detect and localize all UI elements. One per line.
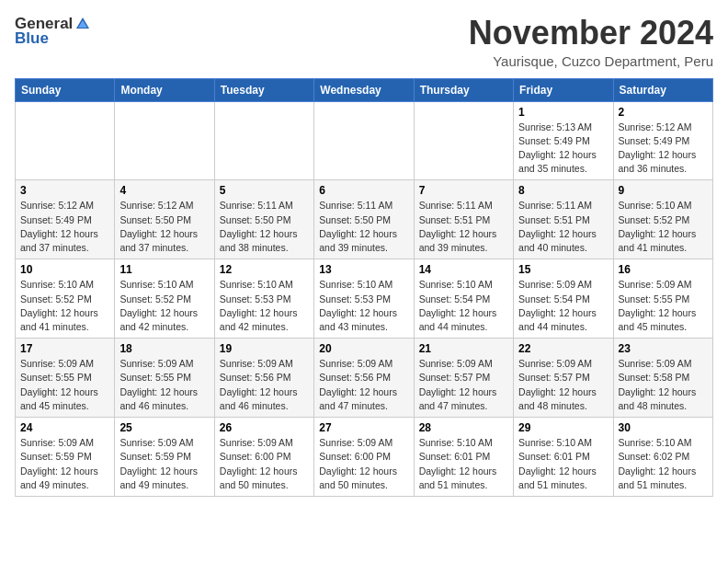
calendar-cell: 29Sunrise: 5:10 AM Sunset: 6:01 PM Dayli… (514, 418, 613, 497)
calendar-cell: 17Sunrise: 5:09 AM Sunset: 5:55 PM Dayli… (16, 339, 115, 418)
day-info: Sunrise: 5:12 AM Sunset: 5:49 PM Dayligh… (20, 199, 109, 255)
day-number: 7 (419, 184, 508, 197)
calendar-header-sunday: Sunday (16, 78, 115, 101)
calendar-cell: 25Sunrise: 5:09 AM Sunset: 5:59 PM Dayli… (115, 418, 214, 497)
calendar-header-wednesday: Wednesday (314, 78, 414, 101)
calendar-cell: 21Sunrise: 5:09 AM Sunset: 5:57 PM Dayli… (414, 339, 513, 418)
day-number: 24 (20, 421, 109, 434)
day-info: Sunrise: 5:09 AM Sunset: 5:55 PM Dayligh… (619, 278, 708, 334)
day-number: 27 (319, 421, 408, 434)
day-info: Sunrise: 5:12 AM Sunset: 5:50 PM Dayligh… (119, 199, 209, 255)
calendar-cell: 27Sunrise: 5:09 AM Sunset: 6:00 PM Dayli… (314, 418, 414, 497)
calendar-week-2: 3Sunrise: 5:12 AM Sunset: 5:49 PM Daylig… (16, 180, 713, 259)
calendar-cell: 10Sunrise: 5:10 AM Sunset: 5:52 PM Dayli… (16, 259, 115, 339)
calendar-header-friday: Friday (514, 78, 613, 101)
calendar-cell: 12Sunrise: 5:10 AM Sunset: 5:53 PM Dayli… (214, 259, 313, 339)
calendar-week-5: 24Sunrise: 5:09 AM Sunset: 5:59 PM Dayli… (16, 418, 713, 497)
day-number: 13 (319, 263, 408, 276)
day-info: Sunrise: 5:09 AM Sunset: 5:55 PM Dayligh… (20, 357, 109, 413)
calendar-cell: 15Sunrise: 5:09 AM Sunset: 5:54 PM Dayli… (514, 259, 613, 339)
day-number: 26 (220, 421, 309, 434)
day-info: Sunrise: 5:10 AM Sunset: 5:52 PM Dayligh… (119, 278, 209, 334)
calendar-cell: 9Sunrise: 5:10 AM Sunset: 5:52 PM Daylig… (613, 180, 712, 259)
day-number: 22 (518, 342, 608, 355)
calendar-week-1: 1Sunrise: 5:13 AM Sunset: 5:49 PM Daylig… (16, 101, 713, 180)
day-number: 5 (220, 184, 309, 197)
logo-icon (74, 16, 91, 32)
calendar-cell (16, 101, 115, 180)
logo-blue-text: Blue (15, 29, 49, 48)
day-number: 14 (419, 263, 508, 276)
day-info: Sunrise: 5:10 AM Sunset: 5:53 PM Dayligh… (319, 278, 408, 334)
day-info: Sunrise: 5:10 AM Sunset: 5:53 PM Dayligh… (220, 278, 309, 334)
day-number: 4 (119, 184, 209, 197)
day-number: 1 (518, 106, 608, 119)
day-number: 8 (518, 184, 608, 197)
calendar-week-3: 10Sunrise: 5:10 AM Sunset: 5:52 PM Dayli… (16, 259, 713, 339)
day-info: Sunrise: 5:09 AM Sunset: 5:56 PM Dayligh… (220, 357, 309, 413)
day-number: 2 (619, 106, 708, 119)
day-number: 6 (319, 184, 408, 197)
day-info: Sunrise: 5:09 AM Sunset: 5:57 PM Dayligh… (518, 357, 608, 413)
calendar-week-4: 17Sunrise: 5:09 AM Sunset: 5:55 PM Dayli… (16, 339, 713, 418)
calendar-cell: 11Sunrise: 5:10 AM Sunset: 5:52 PM Dayli… (115, 259, 214, 339)
calendar-cell: 14Sunrise: 5:10 AM Sunset: 5:54 PM Dayli… (414, 259, 513, 339)
day-info: Sunrise: 5:09 AM Sunset: 5:55 PM Dayligh… (119, 357, 209, 413)
day-number: 10 (20, 263, 109, 276)
day-number: 3 (20, 184, 109, 197)
day-info: Sunrise: 5:09 AM Sunset: 5:58 PM Dayligh… (619, 357, 708, 413)
calendar-cell: 28Sunrise: 5:10 AM Sunset: 6:01 PM Dayli… (414, 418, 513, 497)
calendar-cell: 18Sunrise: 5:09 AM Sunset: 5:55 PM Dayli… (115, 339, 214, 418)
day-info: Sunrise: 5:09 AM Sunset: 6:00 PM Dayligh… (319, 436, 408, 492)
day-info: Sunrise: 5:09 AM Sunset: 5:57 PM Dayligh… (419, 357, 508, 413)
day-info: Sunrise: 5:12 AM Sunset: 5:49 PM Dayligh… (619, 121, 708, 177)
calendar-cell: 24Sunrise: 5:09 AM Sunset: 5:59 PM Dayli… (16, 418, 115, 497)
day-info: Sunrise: 5:10 AM Sunset: 5:52 PM Dayligh… (619, 199, 708, 255)
logo: General Blue (15, 15, 91, 48)
day-number: 25 (119, 421, 209, 434)
day-number: 17 (20, 342, 109, 355)
calendar-cell: 7Sunrise: 5:11 AM Sunset: 5:51 PM Daylig… (414, 180, 513, 259)
day-number: 20 (319, 342, 408, 355)
calendar-cell: 23Sunrise: 5:09 AM Sunset: 5:58 PM Dayli… (613, 339, 712, 418)
day-info: Sunrise: 5:13 AM Sunset: 5:49 PM Dayligh… (518, 121, 608, 177)
day-info: Sunrise: 5:10 AM Sunset: 5:54 PM Dayligh… (419, 278, 508, 334)
page-header: General Blue November 2024 Yaurisque, Cu… (15, 15, 713, 69)
day-info: Sunrise: 5:11 AM Sunset: 5:50 PM Dayligh… (220, 199, 309, 255)
day-info: Sunrise: 5:09 AM Sunset: 6:00 PM Dayligh… (220, 436, 309, 492)
calendar-cell: 5Sunrise: 5:11 AM Sunset: 5:50 PM Daylig… (214, 180, 313, 259)
calendar-cell: 30Sunrise: 5:10 AM Sunset: 6:02 PM Dayli… (613, 418, 712, 497)
calendar-cell: 8Sunrise: 5:11 AM Sunset: 5:51 PM Daylig… (514, 180, 613, 259)
day-number: 11 (119, 263, 209, 276)
day-number: 15 (518, 263, 608, 276)
day-number: 30 (619, 421, 708, 434)
day-number: 9 (619, 184, 708, 197)
day-info: Sunrise: 5:11 AM Sunset: 5:50 PM Dayligh… (319, 199, 408, 255)
day-number: 28 (419, 421, 508, 434)
title-block: November 2024 Yaurisque, Cuzco Departmen… (469, 15, 713, 69)
calendar-cell (214, 101, 313, 180)
calendar-cell: 6Sunrise: 5:11 AM Sunset: 5:50 PM Daylig… (314, 180, 414, 259)
location-title: Yaurisque, Cuzco Department, Peru (469, 53, 713, 69)
day-info: Sunrise: 5:10 AM Sunset: 6:02 PM Dayligh… (619, 436, 708, 492)
day-info: Sunrise: 5:09 AM Sunset: 5:56 PM Dayligh… (319, 357, 408, 413)
calendar-cell: 16Sunrise: 5:09 AM Sunset: 5:55 PM Dayli… (613, 259, 712, 339)
day-info: Sunrise: 5:11 AM Sunset: 5:51 PM Dayligh… (518, 199, 608, 255)
day-number: 19 (220, 342, 309, 355)
day-info: Sunrise: 5:09 AM Sunset: 5:54 PM Dayligh… (518, 278, 608, 334)
day-number: 16 (619, 263, 708, 276)
day-info: Sunrise: 5:10 AM Sunset: 6:01 PM Dayligh… (419, 436, 508, 492)
calendar-cell: 20Sunrise: 5:09 AM Sunset: 5:56 PM Dayli… (314, 339, 414, 418)
calendar-cell: 13Sunrise: 5:10 AM Sunset: 5:53 PM Dayli… (314, 259, 414, 339)
calendar-header-thursday: Thursday (414, 78, 513, 101)
calendar-cell: 22Sunrise: 5:09 AM Sunset: 5:57 PM Dayli… (514, 339, 613, 418)
calendar-cell: 26Sunrise: 5:09 AM Sunset: 6:00 PM Dayli… (214, 418, 313, 497)
day-info: Sunrise: 5:09 AM Sunset: 5:59 PM Dayligh… (119, 436, 209, 492)
month-title: November 2024 (469, 15, 713, 52)
day-number: 29 (518, 421, 608, 434)
calendar-header-tuesday: Tuesday (214, 78, 313, 101)
calendar-cell (314, 101, 414, 180)
day-info: Sunrise: 5:10 AM Sunset: 5:52 PM Dayligh… (20, 278, 109, 334)
calendar-cell: 4Sunrise: 5:12 AM Sunset: 5:50 PM Daylig… (115, 180, 214, 259)
day-info: Sunrise: 5:11 AM Sunset: 5:51 PM Dayligh… (419, 199, 508, 255)
